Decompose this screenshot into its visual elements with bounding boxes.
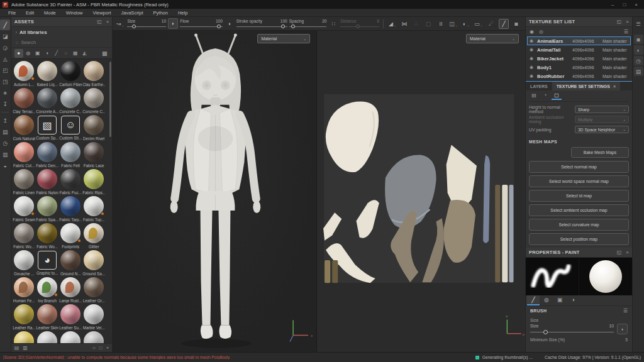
projection-mode-icon[interactable]: ◫⌄ bbox=[448, 19, 458, 29]
mask-tool-icon[interactable]: ◒ bbox=[0, 160, 10, 171]
select-map-button[interactable]: Select curvature map bbox=[529, 219, 629, 231]
slider-size[interactable]: Size10 bbox=[127, 19, 166, 28]
material-item[interactable]: Leather Gr... bbox=[82, 277, 106, 304]
material-item[interactable]: ▧Custom Sp... bbox=[36, 115, 59, 142]
viewport-2d[interactable]: v u Material ⌄ bbox=[317, 31, 525, 352]
viewport-3d[interactable]: x Material ⌄ bbox=[113, 31, 317, 352]
slider-distance[interactable]: Distance8 bbox=[340, 19, 379, 28]
slider-knob[interactable] bbox=[132, 25, 136, 28]
slider-knob[interactable] bbox=[217, 25, 221, 28]
material-item[interactable]: Fabric Seam bbox=[13, 196, 36, 223]
material-item[interactable]: Fabric Lace bbox=[82, 142, 106, 169]
symmetry-icon[interactable]: ⋈ bbox=[399, 19, 409, 29]
slider-knob[interactable] bbox=[291, 25, 295, 28]
grid-display-icon[interactable]: ▩ bbox=[100, 49, 109, 58]
select-map-button[interactable]: Select position map bbox=[529, 233, 629, 245]
texture-set-row[interactable]: ◉AnimalTail4096x4096Main shader bbox=[527, 45, 631, 54]
material-item[interactable]: Ground N... bbox=[59, 250, 82, 277]
search-input[interactable] bbox=[21, 40, 90, 45]
flow-pressure-icon[interactable]: ◗ bbox=[225, 19, 235, 29]
viewport2d-material-dropdown[interactable]: Material ⌄ bbox=[466, 34, 519, 43]
visibility-eye-icon[interactable]: ◉ bbox=[530, 74, 535, 79]
new-shelf-icon[interactable]: □ bbox=[99, 345, 103, 351]
toggle-all-visibility-icon[interactable]: ◉ bbox=[530, 29, 534, 35]
material-item[interactable]: Fabric Den... bbox=[36, 142, 59, 169]
select-map-button[interactable]: Select ambient occlusion map bbox=[529, 204, 629, 216]
visibility-eye-icon[interactable]: ◉ bbox=[530, 65, 535, 70]
material-item[interactable]: Concrete C... bbox=[59, 88, 82, 115]
size-pressure-button[interactable]: ◗ bbox=[168, 18, 178, 29]
material-item[interactable]: Large Rust... bbox=[59, 277, 82, 304]
library-selector[interactable]: › All libraries bbox=[11, 27, 113, 38]
material-item[interactable]: Fabric Spa... bbox=[36, 196, 59, 223]
export-tool-icon[interactable]: ↥ bbox=[0, 115, 10, 126]
material-item[interactable]: Concrete A... bbox=[36, 88, 59, 115]
slider-stroke-opacity[interactable]: Stroke opacity100 bbox=[236, 19, 287, 28]
material-item[interactable]: Carbon Fiber bbox=[59, 61, 82, 88]
particle-tool-icon[interactable]: ∗ bbox=[0, 87, 10, 98]
material-item[interactable]: Fabric Tarp... bbox=[59, 196, 82, 223]
texture-set-row[interactable]: ◉AnimalEars4096x4096Main shader bbox=[527, 36, 631, 45]
filter-smart-materials-icon[interactable]: ◍ bbox=[24, 49, 33, 58]
menu-javascript[interactable]: JavaScript bbox=[117, 10, 148, 16]
minimize-button[interactable]: – bbox=[611, 2, 614, 8]
material-item[interactable]: Human Fe... bbox=[13, 277, 36, 304]
slider-flow[interactable]: Flow100 bbox=[180, 19, 222, 28]
tab-layers[interactable]: LAYERS bbox=[526, 82, 552, 90]
material-item[interactable]: Fabric Nylon bbox=[36, 169, 59, 196]
tsl-close-icon[interactable]: × bbox=[626, 19, 629, 25]
material-item[interactable]: Leather Ra... bbox=[13, 304, 36, 331]
pause-engine-icon[interactable]: II bbox=[436, 19, 446, 29]
brush-menu-icon[interactable]: ☰ bbox=[623, 308, 628, 314]
detail-view-icon[interactable]: ▥ bbox=[23, 345, 28, 351]
menu-edit[interactable]: Edit bbox=[21, 10, 38, 16]
material-item[interactable]: Clay Earthe... bbox=[82, 61, 106, 88]
projection-tool-icon[interactable]: ◶ bbox=[0, 42, 10, 53]
resources-tool-icon[interactable]: ▤ bbox=[0, 126, 10, 137]
right-strip-menu-icon[interactable]: ☰ bbox=[634, 19, 643, 28]
material-item[interactable]: Ivy Branch bbox=[36, 277, 59, 304]
material-item[interactable]: Cork Natural bbox=[13, 115, 36, 142]
filter-brushes-icon[interactable]: ╱ bbox=[52, 49, 61, 58]
smudge-tool-icon[interactable]: ◰ bbox=[0, 65, 10, 75]
size-pressure-button[interactable]: ◗ bbox=[617, 324, 628, 334]
size-settings-icon[interactable]: ▢ bbox=[552, 92, 562, 100]
material-item[interactable]: Fabric Wo... bbox=[13, 223, 36, 250]
log-panel-icon[interactable]: ▤ bbox=[634, 67, 643, 76]
material-item[interactable]: Footprints bbox=[59, 223, 82, 250]
tsl-menu-icon[interactable]: ☰ bbox=[624, 29, 628, 35]
properties-close-icon[interactable]: × bbox=[626, 250, 629, 255]
lazy-mouse-icon[interactable]: ▢ bbox=[423, 19, 433, 29]
menu-file[interactable]: File bbox=[4, 10, 20, 16]
material-item[interactable]: ☺Custom Sti... bbox=[59, 115, 82, 142]
radial-symmetry-icon[interactable]: ∴ bbox=[411, 19, 421, 29]
material-item[interactable]: Fabric Rips... bbox=[82, 169, 106, 196]
texture-set-row[interactable]: ◉Body14096x4096Main shader bbox=[527, 63, 631, 72]
solo-visibility-icon[interactable]: ◎ bbox=[539, 29, 543, 35]
assets-close-icon[interactable]: × bbox=[106, 19, 109, 25]
material-item[interactable] bbox=[82, 331, 106, 343]
visibility-eye-icon[interactable]: ◉ bbox=[530, 38, 535, 43]
material-item[interactable]: ◕Graphic to... bbox=[36, 250, 59, 277]
paint-mode-icon[interactable]: ╱ bbox=[499, 19, 509, 29]
paint-tool-icon[interactable]: ╱ bbox=[0, 19, 10, 30]
camera-mode-icon[interactable]: ▭⌄ bbox=[474, 19, 484, 29]
menu-help[interactable]: Help bbox=[174, 10, 192, 16]
tab-texture-set-settings[interactable]: TEXTURE SET SETTINGS × bbox=[552, 82, 620, 90]
filter-environments-icon[interactable]: ◭ bbox=[80, 49, 89, 58]
material-item[interactable]: Baked Lig... bbox=[36, 61, 59, 88]
menu-python[interactable]: Python bbox=[149, 10, 172, 16]
properties-popout-icon[interactable]: ◱ bbox=[617, 250, 622, 255]
visibility-eye-icon[interactable]: ◉ bbox=[530, 56, 535, 61]
material-item[interactable] bbox=[36, 331, 59, 343]
slider-spacing[interactable]: Spacing20 bbox=[289, 19, 327, 28]
add-asset-icon[interactable]: + bbox=[106, 345, 109, 351]
material-item[interactable]: Leather Skin bbox=[36, 304, 59, 331]
material-item[interactable] bbox=[13, 331, 36, 343]
visibility-eye-icon[interactable]: ◉ bbox=[530, 47, 535, 52]
eraser-tool-icon[interactable]: ◪ bbox=[0, 31, 10, 41]
material-item[interactable]: Ground Sa... bbox=[82, 250, 106, 277]
tab-close-icon[interactable]: × bbox=[613, 84, 616, 89]
screenshot-camera-icon[interactable]: ◙ bbox=[511, 19, 521, 29]
material-tab-icon[interactable]: ◑ bbox=[567, 295, 579, 305]
